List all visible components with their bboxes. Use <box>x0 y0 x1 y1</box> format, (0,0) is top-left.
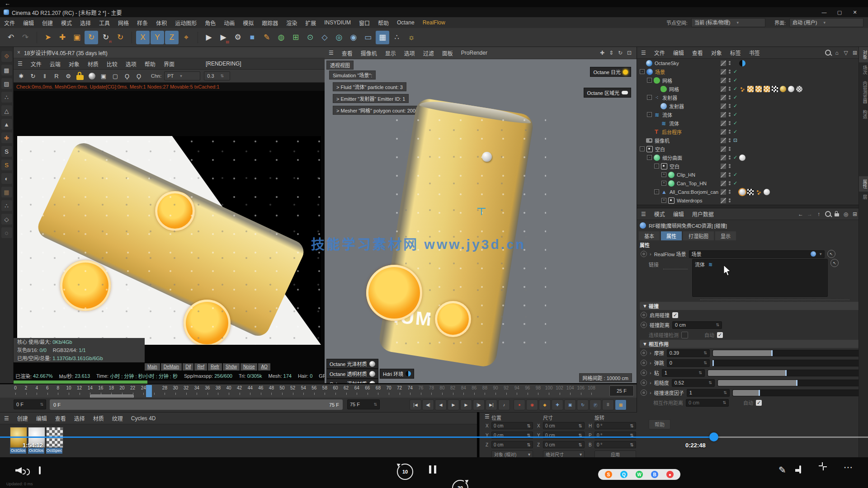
visibility-dots[interactable] <box>729 129 731 134</box>
visibility-dots[interactable] <box>729 121 731 126</box>
volume-icon[interactable]: ▭ <box>361 31 375 44</box>
pick-object-button[interactable]: ↖ <box>830 259 839 267</box>
param-slider[interactable] <box>732 389 864 396</box>
mm-menu-item-材质[interactable]: 材质 <box>89 414 108 422</box>
render-pass-tab-DeMain[interactable]: DeMain <box>161 363 182 371</box>
video-progress-bar[interactable] <box>0 436 868 438</box>
history-back-icon[interactable]: ← <box>796 210 805 219</box>
search-icon[interactable] <box>823 210 832 219</box>
floating-share-toolbar[interactable]: SQWB● <box>598 469 680 480</box>
volume-icon[interactable] <box>15 467 30 475</box>
goto-end-button[interactable]: ▶| <box>486 399 497 410</box>
toggle-views-icon[interactable]: ⊡ <box>625 48 634 57</box>
layer-chip[interactable] <box>721 86 726 92</box>
radio-icon[interactable] <box>641 312 647 318</box>
attribute-tab-显示[interactable]: 显示 <box>715 231 736 240</box>
menu-item-跟踪器[interactable]: 跟踪器 <box>258 19 282 27</box>
radio-icon[interactable] <box>641 389 647 396</box>
viewport-filter-icon[interactable]: ◐ <box>1 173 12 184</box>
keyframe-presets-button[interactable]: ▦ <box>615 399 627 410</box>
previous-key-button[interactable]: ◀| <box>422 399 434 410</box>
coord-field-尺寸-X[interactable]: 0 cm⇅ <box>543 422 585 429</box>
video-progress-handle[interactable] <box>709 432 718 441</box>
om-menu-item-标签[interactable]: 标签 <box>726 49 745 56</box>
lock-resolution-icon[interactable] <box>75 71 85 81</box>
rotate-tool-icon[interactable]: ↻ <box>85 31 98 44</box>
collision-section-header[interactable]: ▼ 碰撞 <box>640 302 865 310</box>
keyframe-selection-button[interactable]: ◆ <box>539 399 551 410</box>
param-checkbox[interactable]: ✓ <box>672 312 678 318</box>
panel-splitter[interactable] <box>637 205 859 208</box>
viewport-menu-item-显示[interactable]: 显示 <box>381 49 400 57</box>
spline-pen-icon[interactable]: ✎ <box>260 31 274 44</box>
tree-row-场景[interactable]: -场景✓ <box>637 67 859 76</box>
home-icon[interactable]: ⌂ <box>832 48 841 57</box>
viewport-menu-item-ProRender[interactable]: ProRender <box>457 50 491 56</box>
scale-tool-icon[interactable]: ▣ <box>70 31 84 44</box>
tree-row-Can_Top_HN[interactable]: +Can_Top_HN✓ <box>637 179 859 188</box>
expand-toggle-icon[interactable]: + <box>661 181 666 186</box>
interaction-section-header[interactable]: ▼ 相互作用 <box>640 340 865 348</box>
axis-x-lock-icon[interactable]: X <box>136 31 150 44</box>
hamburger-menu-icon[interactable]: ☰ <box>0 415 13 422</box>
generators-icon[interactable]: ⊞ <box>289 31 302 44</box>
slider-handle[interactable] <box>796 380 797 386</box>
param-slider[interactable] <box>712 360 864 366</box>
floating-toolbar-icon-2[interactable]: Q <box>620 471 627 478</box>
layer-chip[interactable] <box>721 95 726 100</box>
render-pass-tab-Refr[interactable]: Refr <box>208 363 222 371</box>
layer-chip[interactable] <box>721 121 726 126</box>
hamburger-menu-icon[interactable]: ☰ <box>325 50 338 56</box>
menu-item-RealFlow[interactable]: RealFlow <box>419 19 449 26</box>
tweak-tool-icon[interactable]: ↻ <box>113 31 127 44</box>
redo-icon[interactable]: ↷ <box>19 31 32 44</box>
side-tab-构造[interactable]: 构造 <box>859 107 868 122</box>
slider-handle[interactable] <box>759 390 760 396</box>
octane-menu-item-界面[interactable]: 界面 <box>160 60 179 68</box>
undo-icon[interactable]: ↶ <box>4 31 18 44</box>
layer-chip[interactable] <box>721 138 726 143</box>
visibility-dots[interactable] <box>729 189 731 194</box>
param-slider[interactable] <box>717 380 864 386</box>
material-OctGlos[interactable]: OctGlos <box>28 427 44 454</box>
tree-row-All_Cans:Borjomi_can[interactable]: -▲All_Cans:Borjomi_can <box>637 188 859 196</box>
side-tab-属性[interactable]: 属性 <box>859 176 868 192</box>
layer-chip[interactable] <box>721 78 726 83</box>
viewport-menu-item-查看[interactable]: 查看 <box>338 49 357 57</box>
param-field[interactable]: 0.39⇅ <box>667 349 710 357</box>
current-frame-field[interactable]: 25 F <box>609 385 634 396</box>
sphere_white-tag-icon[interactable] <box>739 155 745 161</box>
expand-toggle-icon[interactable]: - <box>647 95 652 100</box>
param-field[interactable]: 0.52⇅ <box>672 379 715 387</box>
attribute-tab-打湿贴图[interactable]: 打湿贴图 <box>683 231 714 240</box>
radio-icon[interactable] <box>641 380 647 386</box>
tree-row-后台程序[interactable]: T后台程序✓ <box>637 127 859 136</box>
sel-tag-icon[interactable] <box>739 189 745 195</box>
mm-menu-item-编辑[interactable]: 编辑 <box>32 414 51 422</box>
channel-select[interactable]: PT▾ <box>164 71 200 80</box>
menu-item-窗口[interactable]: 窗口 <box>355 19 374 27</box>
layer-chip[interactable] <box>721 155 726 160</box>
visibility-dots[interactable] <box>729 86 731 91</box>
om-menu-item-对象[interactable]: 对象 <box>707 49 726 56</box>
focus-picker-icon[interactable]: Ϙ <box>122 71 132 81</box>
layer-chip[interactable] <box>721 181 726 186</box>
parent-icon[interactable]: ↑ <box>814 210 823 219</box>
points-mode-icon[interactable]: ∴ <box>1 92 12 103</box>
material-OctGlos[interactable]: OctGlos <box>10 427 26 454</box>
floating-toolbar-icon-4[interactable]: B <box>651 471 658 478</box>
edges-mode-icon[interactable]: △ <box>1 105 12 116</box>
layer-chip[interactable] <box>721 146 726 152</box>
pause-render-icon[interactable]: ‖ <box>39 71 50 81</box>
pause-button[interactable] <box>428 465 438 475</box>
layer-chip[interactable] <box>721 112 726 117</box>
visibility-dots[interactable] <box>729 61 731 66</box>
back-icon[interactable]: ← <box>5 0 10 7</box>
deformers-icon[interactable]: ◇ <box>318 31 331 44</box>
visibility-dots[interactable] <box>729 78 731 83</box>
goto-start-button[interactable]: |◀ <box>410 399 421 410</box>
target-icon[interactable]: ◎ <box>841 210 850 219</box>
param-field[interactable]: 1⇅ <box>662 369 705 377</box>
param-field[interactable]: 0 cm⇅ <box>672 321 722 329</box>
history-forward-icon[interactable]: → <box>805 210 814 219</box>
